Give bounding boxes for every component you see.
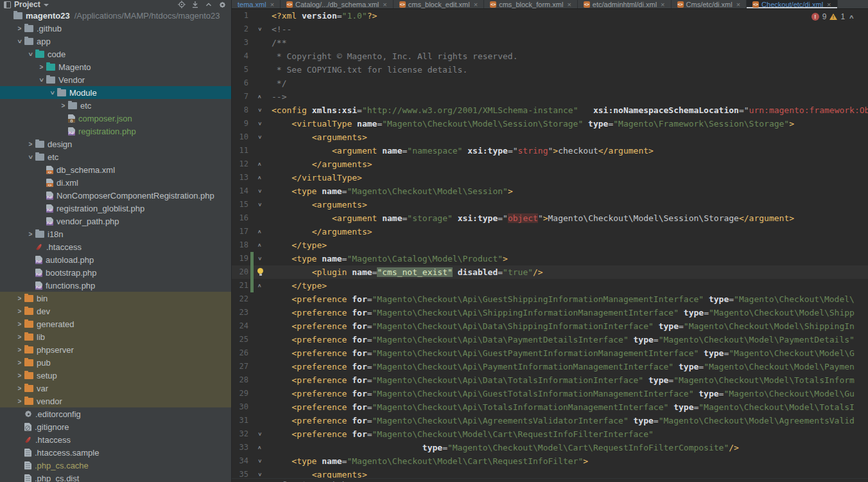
chevron-collapsed-icon[interactable]: > xyxy=(15,398,24,405)
code-line-27[interactable]: 27 <preference for="Magento\Checkout\Api… xyxy=(232,360,868,373)
code-line-11[interactable]: 11 <argument name="namespace" xsi:type="… xyxy=(232,144,868,157)
tree-item-bootstrap.php[interactable]: PHPbootstrap.php xyxy=(0,266,231,279)
tree-item-.editorconfig[interactable]: .editorconfig xyxy=(0,407,231,420)
settings-gear-icon[interactable] xyxy=(217,1,227,9)
code-line-3[interactable]: 3/** xyxy=(232,36,868,49)
code-line-15[interactable]: 15> <arguments> xyxy=(232,198,868,211)
code-line-5[interactable]: 5 * See COPYING.txt for license details. xyxy=(232,63,868,76)
fold-arrow-icon[interactable]: > xyxy=(256,184,265,198)
close-tab-icon[interactable]: × xyxy=(661,1,664,8)
code-line-25[interactable]: 25 <preference for="Magento\Checkout\Api… xyxy=(232,333,868,346)
editor-tab-cms_block_edit.xml[interactable]: <>cms_block_edit.xml× xyxy=(394,0,484,8)
code-line-6[interactable]: 6 */ xyxy=(232,76,868,90)
tree-item-db_schema.xml[interactable]: <>db_schema.xml xyxy=(0,163,231,176)
chevron-expanded-icon[interactable]: > xyxy=(26,51,35,58)
code-line-2[interactable]: 2><!-- xyxy=(232,22,868,36)
fold-arrow-icon[interactable]: > xyxy=(256,117,265,130)
code-line-21[interactable]: 21> </type> xyxy=(232,279,868,292)
tree-item-.htaccess[interactable]: .htaccess xyxy=(0,240,231,253)
fold-arrow-icon[interactable]: > xyxy=(256,225,265,238)
chevron-expanded-icon[interactable]: > xyxy=(26,154,35,161)
tree-item-vendor_path.php[interactable]: PHPvendor_path.php xyxy=(0,215,231,228)
fold-arrow-icon[interactable]: > xyxy=(256,22,265,36)
code-viewport[interactable]: 1<?xml version="1.0"?>2><!--3/**4 * Copy… xyxy=(232,9,868,481)
editor-tab-Checkout/etc/di.xml[interactable]: <>Checkout/etc/di.xml× xyxy=(747,0,837,8)
code-line-32[interactable]: 32> <preference for="Magento\Checkout\Mo… xyxy=(232,427,868,441)
code-line-34[interactable]: 34> <type name="Magento\Checkout\Model\C… xyxy=(232,454,868,468)
tree-item-vendor[interactable]: >vendor xyxy=(0,395,231,407)
tree-item-var[interactable]: >var xyxy=(0,382,231,395)
tree-item-di.xml[interactable]: <>di.xml xyxy=(0,176,231,189)
close-tab-icon[interactable]: × xyxy=(383,1,386,8)
chevron-collapsed-icon[interactable]: > xyxy=(15,346,24,353)
fold-arrow-icon[interactable]: > xyxy=(256,103,265,117)
code-line-13[interactable]: 13> </virtualType> xyxy=(232,171,868,184)
code-line-20[interactable]: 20 <plugin name="cms_not_exist" disabled… xyxy=(232,265,868,279)
close-tab-icon[interactable]: × xyxy=(474,1,478,8)
fold-arrow-icon[interactable]: > xyxy=(256,454,265,468)
close-tab-icon[interactable]: × xyxy=(270,1,274,8)
chevron-expanded-icon[interactable]: > xyxy=(15,38,24,45)
editor-tab-etc/adminhtml/di.xml[interactable]: <>etc/adminhtml/di.xml× xyxy=(578,0,672,8)
tree-item-design[interactable]: >design xyxy=(0,138,231,150)
tree-item-Magento[interactable]: >Magento xyxy=(0,60,231,73)
code-line-9[interactable]: 9> <virtualType name="Magento\Checkout\M… xyxy=(232,117,868,130)
code-line-33[interactable]: 33> type="Magento\Checkout\Model\Cart\Re… xyxy=(232,441,868,454)
tree-item-.github[interactable]: >.github xyxy=(0,22,231,35)
scroll-from-source-icon[interactable] xyxy=(190,1,200,9)
tree-item-i18n[interactable]: >i18n xyxy=(0,228,231,240)
close-tab-icon[interactable]: × xyxy=(736,1,740,8)
code-line-18[interactable]: 18> </type> xyxy=(232,238,868,252)
chevron-collapsed-icon[interactable]: > xyxy=(15,385,24,392)
chevron-collapsed-icon[interactable]: > xyxy=(26,231,35,238)
tree-item-Vendor[interactable]: >Vendor xyxy=(0,73,231,86)
close-tab-icon[interactable]: × xyxy=(567,1,571,8)
tree-item-.php_cs.cache[interactable]: .php_cs.cache xyxy=(0,459,231,472)
chevron-expanded-icon[interactable]: > xyxy=(48,89,57,96)
chevron-collapsed-icon[interactable]: > xyxy=(15,308,24,315)
chevron-collapsed-icon[interactable]: > xyxy=(15,334,24,341)
tree-item-registration.php[interactable]: PHPregistration.php xyxy=(0,125,231,138)
code-line-29[interactable]: 29 <preference for="Magento\Checkout\Api… xyxy=(232,387,868,400)
code-line-30[interactable]: 30 <preference for="Magento\Checkout\Api… xyxy=(232,400,868,414)
chevron-collapsed-icon[interactable]: > xyxy=(15,25,24,32)
tree-item-generated[interactable]: >generated xyxy=(0,317,231,330)
fold-arrow-icon[interactable]: > xyxy=(256,252,265,265)
tree-item-NonComposerComponentRegistration.php[interactable]: PHPNonComposerComponentRegistration.php xyxy=(0,189,231,202)
chevron-collapsed-icon[interactable]: > xyxy=(15,372,24,379)
collapse-all-icon[interactable] xyxy=(204,1,214,9)
code-line-26[interactable]: 26 <preference for="Magento\Checkout\Api… xyxy=(232,346,868,360)
chevron-collapsed-icon[interactable]: > xyxy=(26,141,35,148)
chevron-collapsed-icon[interactable]: > xyxy=(15,321,24,328)
tree-item-.htaccess.sample[interactable]: .htaccess.sample xyxy=(0,446,231,459)
editor-tab-tema.xml[interactable]: tema.xml× xyxy=(232,0,281,8)
tree-item-etc[interactable]: >etc xyxy=(0,99,231,112)
tree-item-Module[interactable]: >Module xyxy=(0,86,231,99)
tree-item-etc[interactable]: >etc xyxy=(0,150,231,163)
chevron-expanded-icon[interactable]: > xyxy=(37,76,46,84)
tree-item-setup[interactable]: >setup xyxy=(0,369,231,382)
code-line-23[interactable]: 23 <preference for="Magento\Checkout\Api… xyxy=(232,306,868,319)
code-line-10[interactable]: 10> <arguments> xyxy=(232,130,868,144)
code-line-28[interactable]: 28 <preference for="Magento\Checkout\Api… xyxy=(232,373,868,387)
code-line-7[interactable]: 7>--> xyxy=(232,90,868,103)
code-line-8[interactable]: 8><config xmlns:xsi="http://www.w3.org/2… xyxy=(232,103,868,117)
project-panel-title[interactable]: Project xyxy=(14,0,40,9)
code-line-16[interactable]: 16 <argument name="storage" xsi:type="ob… xyxy=(232,211,868,225)
fold-arrow-icon[interactable]: > xyxy=(256,279,265,292)
locate-file-icon[interactable] xyxy=(177,1,187,9)
code-line-22[interactable]: 22 <preference for="Magento\Checkout\Api… xyxy=(232,292,868,306)
close-tab-icon[interactable]: × xyxy=(827,1,831,8)
chevron-down-icon[interactable] xyxy=(44,4,49,6)
chevron-collapsed-icon[interactable]: > xyxy=(37,64,46,71)
tree-item-.php_cs.dist[interactable]: .php_cs.dist xyxy=(0,472,231,482)
fold-arrow-icon[interactable]: > xyxy=(256,198,265,211)
tree-item-lib[interactable]: >lib xyxy=(0,330,231,343)
chevron-collapsed-icon[interactable]: > xyxy=(58,102,68,109)
intention-bulb-icon[interactable] xyxy=(257,268,263,274)
tree-item-composer.json[interactable]: {}composer.json xyxy=(0,112,231,125)
fold-arrow-icon[interactable]: > xyxy=(256,157,265,171)
fold-arrow-icon[interactable]: > xyxy=(256,441,265,454)
tree-item-pub[interactable]: >pub xyxy=(0,356,231,369)
editor-tab-cms_block_form.xml[interactable]: <>cms_block_form.xml× xyxy=(484,0,578,8)
